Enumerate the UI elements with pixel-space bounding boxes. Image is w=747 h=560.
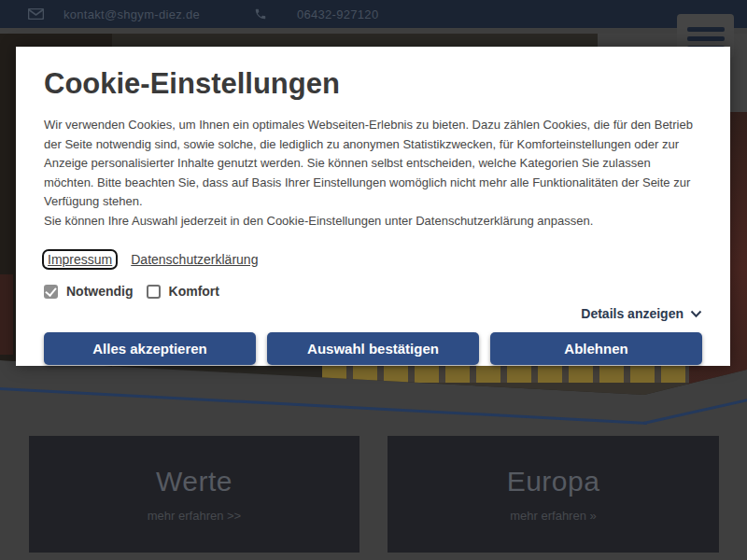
cookie-category-row: Notwendig Komfort	[44, 284, 702, 299]
page: Werte mehr erfahren >> Europa mehr erfah…	[0, 0, 747, 560]
details-toggle-label: Details anzeigen	[581, 306, 684, 321]
dialog-body-text-2: Sie können Ihre Auswahl jederzeit in den…	[44, 212, 702, 231]
tile-title: Europa	[507, 466, 600, 497]
hamburger-bar	[687, 27, 725, 32]
hamburger-bar	[687, 36, 725, 41]
confirm-selection-button[interactable]: Auswahl bestätigen	[267, 332, 479, 365]
tile-europa[interactable]: Europa mehr erfahren »	[388, 436, 719, 553]
hero-building-base	[322, 383, 689, 439]
top-contact-bar: kontakt@shgym-diez.de 06432-927120	[0, 0, 747, 28]
tile-more-link[interactable]: mehr erfahren »	[510, 509, 597, 523]
checkbox-notwendig-label: Notwendig	[66, 284, 134, 299]
dialog-body-text: Wir verwenden Cookies, um Ihnen ein opti…	[44, 116, 702, 212]
email-icon	[28, 8, 44, 20]
contact-phone-link[interactable]: 06432-927120	[297, 7, 378, 21]
details-toggle[interactable]: Details anzeigen	[44, 306, 702, 321]
dialog-button-row: Alles akzeptieren Auswahl bestätigen Abl…	[44, 332, 702, 365]
hero-red-detail-left	[0, 274, 13, 355]
accept-all-button[interactable]: Alles akzeptieren	[44, 332, 256, 365]
tile-title: Werte	[156, 466, 233, 497]
dialog-title: Cookie-Einstellungen	[44, 67, 702, 101]
chevron-down-icon	[690, 310, 702, 318]
impressum-link[interactable]: Impressum	[44, 251, 116, 268]
hero-diagonal-border-left	[0, 387, 647, 425]
hero-building-windows	[322, 366, 689, 383]
checkbox-komfort[interactable]	[147, 285, 161, 299]
checkbox-komfort-label: Komfort	[169, 284, 219, 299]
phone-icon	[254, 7, 267, 21]
hero-diagonal-border-right	[643, 398, 747, 425]
tile-more-link[interactable]: mehr erfahren >>	[148, 509, 241, 523]
cookie-consent-dialog: Cookie-Einstellungen Wir verwenden Cooki…	[16, 47, 730, 366]
datenschutz-link[interactable]: Datenschutzerklärung	[131, 252, 258, 267]
decline-button[interactable]: Ablehnen	[490, 332, 702, 365]
legal-links-row: Impressum Datenschutzerklärung	[44, 251, 702, 268]
tile-werte[interactable]: Werte mehr erfahren >>	[29, 436, 359, 553]
contact-email-link[interactable]: kontakt@shgym-diez.de	[63, 7, 200, 21]
checkbox-notwendig[interactable]	[44, 285, 58, 299]
